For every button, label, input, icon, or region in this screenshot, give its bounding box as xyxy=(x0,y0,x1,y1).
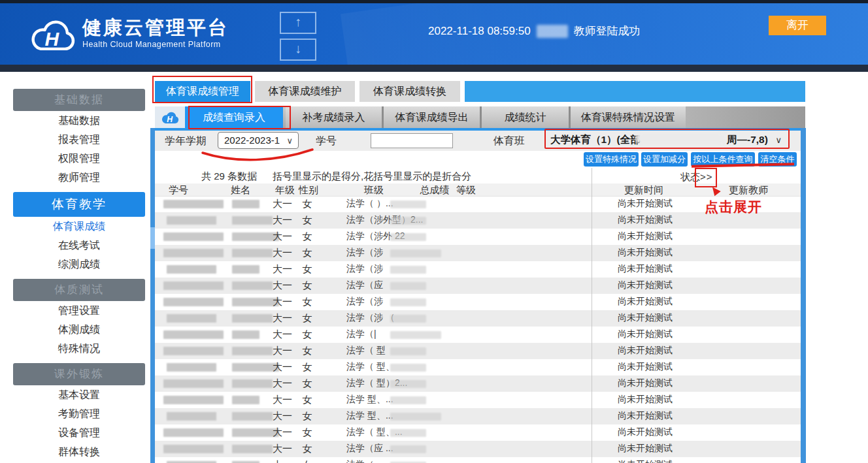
sidebar-item[interactable]: 权限管理 xyxy=(13,149,145,168)
action-button[interactable]: 设置特殊情况 xyxy=(584,152,639,167)
gender-cell: 女 xyxy=(294,459,320,463)
student-name-redacted xyxy=(232,314,273,323)
table-row[interactable]: 大一 女 法学（ 型、... 尚未开始测试 xyxy=(155,424,805,441)
sidebar-item[interactable]: 基础数据 xyxy=(13,89,145,111)
header-bottom-strip xyxy=(0,65,868,72)
class-redacted xyxy=(390,282,426,290)
left-scrollbar[interactable] xyxy=(150,128,155,463)
gender-cell: 女 xyxy=(294,198,320,210)
table-row[interactable]: 大一 女 法学（... 尚未开始测试 xyxy=(155,457,805,463)
sidebar-item[interactable]: 报表管理 xyxy=(13,130,145,149)
main-tab[interactable]: 体育课成绩管理 xyxy=(155,81,250,102)
sub-tab[interactable]: 体育课特殊情况设置 xyxy=(569,106,686,128)
student-name-redacted xyxy=(232,347,273,355)
scroll-up-button[interactable]: ↑ xyxy=(280,12,316,34)
table-row[interactable]: 大一 女 法学 型、... 尚未开始测试 xyxy=(155,408,805,424)
table-row[interactable]: 大一 女 法学（涉 尚未开始测试 xyxy=(155,261,805,278)
sidebar-item[interactable]: 体育课成绩 xyxy=(13,217,145,236)
table-row[interactable]: 大一 女 法学 型、... 尚未开始测试 xyxy=(155,392,805,408)
table-row[interactable]: 大一 女 法学（应 尚未开始测试 xyxy=(155,278,805,294)
chevron-down-icon: ∨ xyxy=(286,133,293,148)
student-name-redacted xyxy=(232,396,259,404)
grade-cell: 大一 xyxy=(269,214,295,227)
gender-cell: 女 xyxy=(294,214,320,227)
score-hint: 括号里显示的是得分,花括号里显示的是折合分 xyxy=(273,170,471,183)
update-time-cell: 尚未开始测试 xyxy=(586,410,704,422)
sidebar-item[interactable]: 体质测试 xyxy=(13,279,145,301)
sub-tab[interactable]: 补考成绩录入 xyxy=(286,106,382,128)
sidebar-item[interactable]: 特殊情况 xyxy=(13,339,145,358)
main-tab[interactable]: 体育课成绩转换 xyxy=(359,81,460,102)
table-row[interactable]: 大一 女 法学（ 型 尚未开始测试 xyxy=(155,343,805,359)
gender-cell: 女 xyxy=(294,231,320,243)
term-select[interactable]: 2022-2023-1 ∨ xyxy=(218,132,299,149)
sidebar-item[interactable]: 在线考试 xyxy=(13,236,145,255)
class-redacted xyxy=(390,380,426,388)
gender-cell: 女 xyxy=(294,312,320,325)
table-row[interactable]: 大一 女 法学（应 ... 尚未开始测试 xyxy=(155,441,805,457)
app-window: H 健康云管理平台 Health Cloud Management Platfo… xyxy=(0,0,868,463)
login-message: 教师登陆成功 xyxy=(574,24,641,39)
update-time-cell: 尚未开始测试 xyxy=(586,296,704,308)
right-scrollbar[interactable] xyxy=(801,128,806,463)
table-header-cell: 更新时间 xyxy=(624,184,663,197)
student-id-redacted xyxy=(167,314,216,323)
table-header-row: 学号 姓名 年级 性别 班级 总成绩 等级 更新时间 更新教师 xyxy=(155,184,805,197)
cloud-h-logo-icon: H xyxy=(24,13,81,55)
sub-tab[interactable]: 成绩统计 xyxy=(480,106,569,128)
home-logo-button[interactable]: H xyxy=(155,106,185,128)
svg-text:H: H xyxy=(45,28,60,50)
sub-tab[interactable]: 成绩查询录入 xyxy=(185,106,283,128)
leave-button[interactable]: 离开 xyxy=(769,16,826,35)
sidebar-item[interactable]: 设备管理 xyxy=(13,423,145,442)
grade-cell: 大一 xyxy=(269,345,295,357)
table-header-cell: 学号 xyxy=(169,184,188,197)
status-expand-toggle[interactable]: >> xyxy=(700,171,713,182)
action-button[interactable]: 设置加减分 xyxy=(641,152,688,167)
student-id-input[interactable] xyxy=(371,133,453,148)
class-redacted xyxy=(390,315,426,323)
sidebar-item[interactable]: 基础数据 xyxy=(13,111,145,130)
sidebar-item[interactable]: 课外锻炼 xyxy=(13,363,145,385)
scroll-down-button[interactable]: ↓ xyxy=(280,39,316,61)
sidebar-item[interactable]: 基本设置 xyxy=(13,385,145,404)
sidebar-item[interactable]: 体育教学 xyxy=(13,192,145,217)
sidebar-item[interactable]: 综测成绩 xyxy=(13,255,145,274)
grade-cell: 大一 xyxy=(269,263,295,276)
login-time: 2022-11-18 08:59:50 xyxy=(428,25,531,38)
class-redacted xyxy=(390,217,426,225)
table-row[interactable]: 大一 女 法学（涉 （ 尚未开始测试 xyxy=(155,310,805,327)
table-body: 大一 女 法学（ ）... 尚未开始测试 大一 女 法学（涉外型）2... 尚未… xyxy=(155,196,805,463)
grade-cell: 大一 xyxy=(269,312,295,325)
sidebar-item[interactable]: 群体转换 xyxy=(13,442,145,461)
main-tab[interactable]: 体育课成绩维护 xyxy=(255,81,355,102)
student-name-redacted xyxy=(232,412,273,421)
sidebar-item[interactable]: 教师管理 xyxy=(13,168,145,187)
table-row[interactable]: 大一 女 法学（涉 尚未开始测试 xyxy=(155,294,805,310)
grade-cell: 大一 xyxy=(269,426,295,439)
gender-cell: 女 xyxy=(294,443,320,455)
grade-cell: 大一 xyxy=(269,410,295,423)
class-redacted xyxy=(390,429,426,437)
table-row[interactable]: 大一 女 法学（涉外 22 尚未开始测试 xyxy=(155,229,805,245)
sidebar-item[interactable]: 考勤管理 xyxy=(13,404,145,423)
grade-cell: 大一 xyxy=(269,459,295,463)
grade-cell: 大一 xyxy=(269,361,295,374)
class-select[interactable]: 大学体育（1）(全部 周—-7,8) ∨ xyxy=(549,131,792,149)
table-row[interactable]: 大一 女 法学（| 尚未开始测试 xyxy=(155,327,805,343)
left-scrollbar-thumb[interactable] xyxy=(150,227,155,249)
table-row[interactable]: 大一 女 法学（ 型、 尚未开始测试 xyxy=(155,359,805,375)
sidebar-item[interactable]: 体测成绩 xyxy=(13,320,145,339)
student-name-redacted xyxy=(232,281,273,290)
table-row[interactable]: 大一 女 法学（涉 尚未开始测试 xyxy=(155,245,805,261)
class-redacted xyxy=(390,249,441,257)
sub-tab-bar: H 成绩查询录入 补考成绩录入 体育课成绩导出 成绩统计 体育课特殊情况设置 xyxy=(155,106,805,128)
update-time-cell: 尚未开始测试 xyxy=(586,231,704,242)
sub-tab[interactable]: 体育课成绩导出 xyxy=(382,106,480,128)
student-id-redacted xyxy=(163,428,224,437)
sub-tab-filler xyxy=(686,106,805,128)
sidebar: 基础数据 基础数据 报表管理 权限管理 教师管理 体育教学 体育课成绩 在线考试… xyxy=(13,84,145,461)
sidebar-item[interactable]: 管理设置 xyxy=(13,301,145,320)
update-time-cell: 尚未开始测试 xyxy=(586,426,704,438)
table-row[interactable]: 大一 女 法学（ 型）2... 尚未开始测试 xyxy=(155,375,805,392)
